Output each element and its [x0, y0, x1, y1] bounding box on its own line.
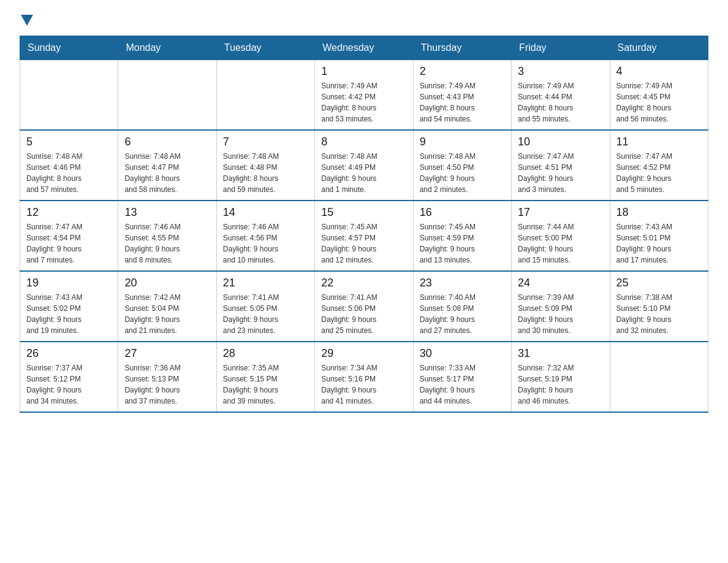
day-info: Sunrise: 7:41 AM Sunset: 5:05 PM Dayligh…	[223, 292, 308, 336]
day-info: Sunrise: 7:39 AM Sunset: 5:09 PM Dayligh…	[518, 292, 603, 336]
calendar-cell	[610, 342, 708, 412]
calendar-week-row: 26Sunrise: 7:37 AM Sunset: 5:12 PM Dayli…	[20, 342, 708, 412]
day-info: Sunrise: 7:49 AM Sunset: 4:42 PM Dayligh…	[321, 80, 406, 124]
day-number: 6	[124, 136, 210, 148]
day-header-saturday: Saturday	[610, 36, 708, 60]
day-number: 10	[518, 136, 603, 148]
calendar-cell	[118, 60, 216, 131]
day-info: Sunrise: 7:32 AM Sunset: 5:19 PM Dayligh…	[518, 362, 603, 407]
calendar-cell: 9Sunrise: 7:48 AM Sunset: 4:50 PM Daylig…	[413, 130, 511, 201]
calendar-cell: 26Sunrise: 7:37 AM Sunset: 5:12 PM Dayli…	[20, 342, 118, 412]
day-header-friday: Friday	[512, 36, 610, 60]
day-number: 29	[321, 347, 406, 360]
calendar-cell: 16Sunrise: 7:45 AM Sunset: 4:59 PM Dayli…	[413, 201, 511, 271]
day-header-thursday: Thursday	[413, 36, 511, 60]
day-header-tuesday: Tuesday	[216, 36, 314, 60]
calendar-cell: 3Sunrise: 7:49 AM Sunset: 4:44 PM Daylig…	[512, 60, 610, 131]
day-number: 23	[420, 277, 505, 289]
day-number: 19	[26, 277, 112, 289]
calendar-cell: 13Sunrise: 7:46 AM Sunset: 4:55 PM Dayli…	[118, 201, 216, 271]
day-info: Sunrise: 7:33 AM Sunset: 5:17 PM Dayligh…	[420, 362, 505, 407]
day-info: Sunrise: 7:36 AM Sunset: 5:13 PM Dayligh…	[124, 362, 210, 407]
day-info: Sunrise: 7:38 AM Sunset: 5:10 PM Dayligh…	[616, 292, 702, 336]
calendar-header-row: SundayMondayTuesdayWednesdayThursdayFrid…	[20, 36, 708, 60]
calendar-cell: 31Sunrise: 7:32 AM Sunset: 5:19 PM Dayli…	[512, 342, 610, 412]
calendar-cell: 19Sunrise: 7:43 AM Sunset: 5:02 PM Dayli…	[20, 271, 118, 342]
day-info: Sunrise: 7:43 AM Sunset: 5:01 PM Dayligh…	[616, 221, 702, 266]
calendar-week-row: 5Sunrise: 7:48 AM Sunset: 4:46 PM Daylig…	[20, 130, 708, 201]
day-info: Sunrise: 7:34 AM Sunset: 5:16 PM Dayligh…	[321, 362, 406, 407]
calendar-cell: 6Sunrise: 7:48 AM Sunset: 4:47 PM Daylig…	[118, 130, 216, 201]
day-info: Sunrise: 7:49 AM Sunset: 4:44 PM Dayligh…	[518, 80, 603, 124]
calendar-cell: 14Sunrise: 7:46 AM Sunset: 4:56 PM Dayli…	[216, 201, 314, 271]
calendar-cell	[216, 60, 314, 131]
day-number: 16	[420, 206, 505, 219]
calendar-cell	[20, 60, 118, 131]
day-info: Sunrise: 7:44 AM Sunset: 5:00 PM Dayligh…	[518, 221, 603, 266]
day-number: 3	[518, 65, 603, 78]
page-header	[20, 15, 708, 23]
day-info: Sunrise: 7:48 AM Sunset: 4:47 PM Dayligh…	[124, 151, 210, 195]
day-number: 21	[223, 277, 308, 289]
calendar-cell: 18Sunrise: 7:43 AM Sunset: 5:01 PM Dayli…	[610, 201, 708, 271]
calendar-cell: 27Sunrise: 7:36 AM Sunset: 5:13 PM Dayli…	[118, 342, 216, 412]
day-number: 28	[223, 347, 308, 360]
day-info: Sunrise: 7:41 AM Sunset: 5:06 PM Dayligh…	[321, 292, 406, 336]
calendar-cell: 8Sunrise: 7:48 AM Sunset: 4:49 PM Daylig…	[315, 130, 413, 201]
day-number: 15	[321, 206, 406, 219]
day-info: Sunrise: 7:45 AM Sunset: 4:59 PM Dayligh…	[420, 221, 505, 266]
day-info: Sunrise: 7:49 AM Sunset: 4:43 PM Dayligh…	[420, 80, 505, 124]
day-number: 13	[124, 206, 210, 219]
day-header-wednesday: Wednesday	[315, 36, 413, 60]
day-number: 2	[420, 65, 505, 78]
calendar-cell: 21Sunrise: 7:41 AM Sunset: 5:05 PM Dayli…	[216, 271, 314, 342]
day-number: 26	[26, 347, 112, 360]
day-number: 7	[223, 136, 308, 148]
calendar-cell: 23Sunrise: 7:40 AM Sunset: 5:08 PM Dayli…	[413, 271, 511, 342]
day-number: 17	[518, 206, 603, 219]
day-info: Sunrise: 7:42 AM Sunset: 5:04 PM Dayligh…	[124, 292, 210, 336]
calendar-cell: 4Sunrise: 7:49 AM Sunset: 4:45 PM Daylig…	[610, 60, 708, 131]
day-info: Sunrise: 7:47 AM Sunset: 4:51 PM Dayligh…	[518, 151, 603, 195]
day-info: Sunrise: 7:46 AM Sunset: 4:56 PM Dayligh…	[223, 221, 308, 266]
day-info: Sunrise: 7:47 AM Sunset: 4:54 PM Dayligh…	[26, 221, 112, 266]
day-number: 25	[616, 277, 702, 289]
calendar-cell: 1Sunrise: 7:49 AM Sunset: 4:42 PM Daylig…	[315, 60, 413, 131]
calendar-cell: 7Sunrise: 7:48 AM Sunset: 4:48 PM Daylig…	[216, 130, 314, 201]
calendar-week-row: 1Sunrise: 7:49 AM Sunset: 4:42 PM Daylig…	[20, 60, 708, 131]
day-info: Sunrise: 7:48 AM Sunset: 4:48 PM Dayligh…	[223, 151, 308, 195]
calendar-cell: 15Sunrise: 7:45 AM Sunset: 4:57 PM Dayli…	[315, 201, 413, 271]
calendar-cell: 29Sunrise: 7:34 AM Sunset: 5:16 PM Dayli…	[315, 342, 413, 412]
calendar-week-row: 12Sunrise: 7:47 AM Sunset: 4:54 PM Dayli…	[20, 201, 708, 271]
day-info: Sunrise: 7:35 AM Sunset: 5:15 PM Dayligh…	[223, 362, 308, 407]
day-number: 11	[616, 136, 702, 148]
calendar-cell: 28Sunrise: 7:35 AM Sunset: 5:15 PM Dayli…	[216, 342, 314, 412]
logo	[20, 15, 33, 23]
day-info: Sunrise: 7:45 AM Sunset: 4:57 PM Dayligh…	[321, 221, 406, 266]
calendar-cell: 22Sunrise: 7:41 AM Sunset: 5:06 PM Dayli…	[315, 271, 413, 342]
calendar-cell: 30Sunrise: 7:33 AM Sunset: 5:17 PM Dayli…	[413, 342, 511, 412]
day-number: 14	[223, 206, 308, 219]
day-info: Sunrise: 7:48 AM Sunset: 4:49 PM Dayligh…	[321, 151, 406, 195]
day-number: 8	[321, 136, 406, 148]
calendar-cell: 11Sunrise: 7:47 AM Sunset: 4:52 PM Dayli…	[610, 130, 708, 201]
day-info: Sunrise: 7:49 AM Sunset: 4:45 PM Dayligh…	[616, 80, 702, 124]
calendar-cell: 5Sunrise: 7:48 AM Sunset: 4:46 PM Daylig…	[20, 130, 118, 201]
calendar-week-row: 19Sunrise: 7:43 AM Sunset: 5:02 PM Dayli…	[20, 271, 708, 342]
day-info: Sunrise: 7:46 AM Sunset: 4:55 PM Dayligh…	[124, 221, 210, 266]
day-number: 9	[420, 136, 505, 148]
day-number: 31	[518, 347, 603, 360]
day-number: 27	[124, 347, 210, 360]
day-number: 30	[420, 347, 505, 360]
calendar-cell: 2Sunrise: 7:49 AM Sunset: 4:43 PM Daylig…	[413, 60, 511, 131]
day-number: 5	[26, 136, 112, 148]
day-number: 24	[518, 277, 603, 289]
calendar-cell: 24Sunrise: 7:39 AM Sunset: 5:09 PM Dayli…	[512, 271, 610, 342]
calendar-cell: 12Sunrise: 7:47 AM Sunset: 4:54 PM Dayli…	[20, 201, 118, 271]
calendar-cell: 10Sunrise: 7:47 AM Sunset: 4:51 PM Dayli…	[512, 130, 610, 201]
day-number: 18	[616, 206, 702, 219]
day-info: Sunrise: 7:43 AM Sunset: 5:02 PM Dayligh…	[26, 292, 112, 336]
day-number: 20	[124, 277, 210, 289]
day-info: Sunrise: 7:47 AM Sunset: 4:52 PM Dayligh…	[616, 151, 702, 195]
day-number: 12	[26, 206, 112, 219]
